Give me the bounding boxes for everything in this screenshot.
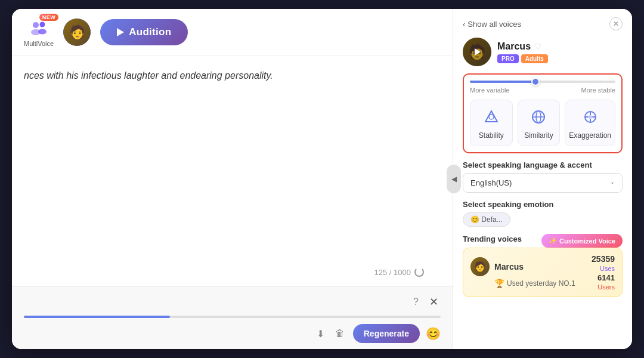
similarity-icon bbox=[528, 106, 549, 128]
similarity-setting[interactable]: Similarity bbox=[518, 100, 561, 146]
users-label: Users bbox=[597, 283, 615, 291]
right-panel: ‹ Show all voices ✕ 🧑 Marcus ♡ PRO Ad bbox=[453, 9, 632, 349]
language-section: Select speaking language & accent Englis… bbox=[463, 161, 623, 193]
voice-avatar: 🧑 bbox=[463, 38, 491, 66]
refresh-icon[interactable] bbox=[414, 267, 424, 277]
new-badge: NEW bbox=[39, 14, 59, 21]
trending-card[interactable]: 🧑 Marcus 🏆 Used yesterday NO.1 25359 Use… bbox=[463, 248, 623, 297]
close-button[interactable]: ✕ bbox=[427, 293, 441, 311]
voice-name: Marcus bbox=[497, 41, 531, 52]
trending-badge: 🏆 Used yesterday NO.1 bbox=[494, 279, 575, 288]
exaggeration-icon bbox=[580, 106, 601, 128]
back-link[interactable]: ‹ Show all voices bbox=[463, 20, 521, 29]
trophy-icon: 🏆 bbox=[494, 279, 504, 288]
app-container: NEW MultiVoice 🧑 Audition nces with his … bbox=[12, 9, 632, 349]
action-row: ⬇ 🗑 Regenerate 😊 bbox=[24, 324, 441, 343]
svg-point-4 bbox=[489, 115, 494, 119]
emotion-row: 😊 Defa... bbox=[463, 212, 623, 227]
stability-slider-area: More variable More stable bbox=[470, 81, 615, 94]
trending-voice-name: Marcus bbox=[494, 262, 524, 271]
emotion-chip-default[interactable]: 😊 Defa... bbox=[463, 212, 510, 227]
back-arrow-icon: ‹ bbox=[463, 20, 465, 29]
audition-label: Audition bbox=[129, 26, 171, 38]
voice-play-overlay[interactable] bbox=[463, 38, 491, 66]
heart-icon[interactable]: ♡ bbox=[534, 42, 542, 51]
panel-close-button[interactable]: ✕ bbox=[609, 17, 623, 30]
toolbar-row: ? ✕ bbox=[24, 293, 441, 311]
emoji-button[interactable]: 😊 bbox=[426, 326, 441, 341]
customized-voice-button[interactable]: ✨ Customized Voice bbox=[541, 234, 623, 248]
users-count: 6141 bbox=[597, 273, 615, 282]
multivioce-button[interactable]: NEW MultiVoice bbox=[24, 17, 54, 47]
slider-fill bbox=[470, 81, 535, 83]
text-content[interactable]: nces with his infectious laughter and en… bbox=[24, 68, 441, 84]
trending-avatar: 🧑 bbox=[470, 257, 490, 276]
adults-badge: Adults bbox=[521, 54, 548, 63]
avatar: 🧑 bbox=[63, 18, 91, 46]
sparkle-icon: ✨ bbox=[549, 237, 557, 245]
delete-button[interactable]: 🗑 bbox=[333, 326, 347, 341]
stability-label: Stability bbox=[479, 131, 504, 140]
audition-button[interactable]: Audition bbox=[100, 19, 188, 45]
text-area-section: nces with his infectious laughter and en… bbox=[12, 56, 453, 286]
emotion-section: Select speaking emotion 😊 Defa... bbox=[463, 200, 623, 227]
svg-point-0 bbox=[33, 22, 39, 28]
svg-point-2 bbox=[40, 22, 45, 27]
slider-labels: More variable More stable bbox=[470, 87, 615, 94]
progress-fill bbox=[24, 316, 170, 318]
panel-header: ‹ Show all voices ✕ bbox=[463, 17, 623, 30]
language-select[interactable]: English(US) English(UK) Spanish French bbox=[463, 173, 623, 193]
exaggeration-label: Exaggeration bbox=[569, 131, 611, 140]
uses-label: Uses bbox=[600, 265, 615, 272]
download-button[interactable]: ⬇ bbox=[314, 326, 327, 342]
trending-name-row: 🧑 Marcus bbox=[470, 257, 575, 276]
uses-count: 25359 bbox=[592, 254, 615, 264]
svg-point-3 bbox=[38, 29, 47, 35]
bottom-toolbar: ? ✕ ⬇ 🗑 Regenerate 😊 bbox=[12, 286, 453, 349]
top-bar: NEW MultiVoice 🧑 Audition bbox=[12, 9, 453, 56]
multivioce-label: MultiVoice bbox=[24, 40, 54, 47]
exaggeration-setting[interactable]: Exaggeration bbox=[565, 100, 615, 146]
voice-name-row: Marcus ♡ bbox=[497, 41, 623, 52]
word-count: 125 / 1000 bbox=[374, 267, 424, 277]
badge-row: PRO Adults bbox=[497, 54, 623, 63]
regenerate-button[interactable]: Regenerate bbox=[353, 324, 420, 343]
progress-bar bbox=[24, 316, 441, 318]
settings-box: More variable More stable Stability bbox=[463, 73, 623, 153]
trending-title: Trending voices bbox=[463, 234, 522, 243]
collapse-button[interactable]: ◀ bbox=[447, 165, 461, 193]
help-button[interactable]: ? bbox=[411, 294, 421, 310]
similarity-label: Similarity bbox=[524, 131, 553, 140]
left-panel: NEW MultiVoice 🧑 Audition nces with his … bbox=[12, 9, 453, 349]
play-icon bbox=[117, 28, 124, 36]
trending-left: 🧑 Marcus 🏆 Used yesterday NO.1 bbox=[470, 257, 575, 288]
slider-thumb[interactable] bbox=[531, 78, 540, 86]
stability-icon bbox=[481, 106, 502, 128]
pro-badge: PRO bbox=[497, 54, 519, 63]
trending-stats: 25359 Uses 6141 Users bbox=[592, 254, 615, 291]
trending-header: Trending voices ✨ Customized Voice bbox=[463, 234, 623, 248]
stability-slider[interactable] bbox=[470, 81, 615, 83]
voice-play-icon bbox=[475, 48, 481, 55]
voice-header: 🧑 Marcus ♡ PRO Adults bbox=[463, 38, 623, 66]
trending-section: Trending voices ✨ Customized Voice 🧑 Mar… bbox=[463, 234, 623, 297]
voice-info: Marcus ♡ PRO Adults bbox=[497, 41, 623, 63]
avatar-image: 🧑 bbox=[63, 18, 91, 46]
settings-icons-row: Stability Similarity bbox=[470, 100, 615, 146]
emotion-title: Select speaking emotion bbox=[463, 200, 623, 209]
stability-setting[interactable]: Stability bbox=[470, 100, 513, 146]
svg-point-9 bbox=[589, 115, 592, 119]
language-title: Select speaking language & accent bbox=[463, 161, 623, 169]
